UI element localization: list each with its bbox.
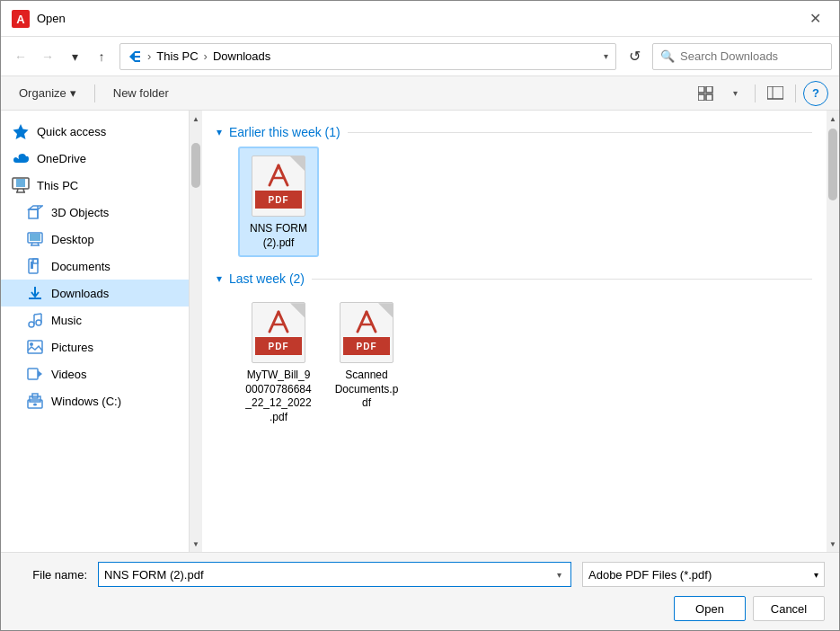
3d-objects-label: 3D Objects xyxy=(51,206,109,219)
downloads-label: Downloads xyxy=(51,287,109,300)
search-icon: 🔍 xyxy=(660,49,675,63)
svg-rect-22 xyxy=(30,234,40,241)
breadcrumb-downloads[interactable]: Downloads xyxy=(213,49,270,63)
file-area-scrollbar[interactable]: ▲ ▼ xyxy=(827,111,839,552)
address-dropdown-arrow[interactable]: ▾ xyxy=(604,51,608,61)
filename-input[interactable] xyxy=(104,568,553,582)
filename-row: File name: ▾ Adobe PDF Files (*.pdf) ▾ xyxy=(15,562,825,587)
sidebar-scroll-thumb[interactable] xyxy=(191,143,200,188)
sidebar-item-pictures[interactable]: Pictures xyxy=(1,333,189,360)
file-grid-earlier: PDF NNS FORM (2).pdf xyxy=(217,147,812,257)
close-button[interactable]: ✕ xyxy=(801,9,828,29)
pdf-badge-nns: PDF xyxy=(255,191,302,209)
organize-button[interactable]: Organize ▾ xyxy=(12,84,84,102)
up-button[interactable]: ↑ xyxy=(89,44,114,69)
view-list-button[interactable] xyxy=(763,81,788,106)
nav-dropdown-button[interactable]: ▾ xyxy=(62,44,87,69)
acrobat-symbol xyxy=(262,160,295,192)
group-earlier-chevron[interactable]: ▾ xyxy=(217,126,222,138)
file-grid-lastweek: PDF MyTW_Bill_900070786684_22_12_2022.pd… xyxy=(217,293,812,431)
pdf-icon-nns: PDF xyxy=(250,154,307,218)
svg-rect-4 xyxy=(135,56,140,58)
file-area: ▾ Earlier this week (1) xyxy=(202,111,827,552)
group-lastweek-divider xyxy=(312,279,812,280)
sidebar-item-downloads[interactable]: Downloads xyxy=(1,280,189,307)
file-item-nns-form[interactable]: PDF NNS FORM (2).pdf xyxy=(238,147,319,257)
filetype-select[interactable]: Adobe PDF Files (*.pdf) ▾ xyxy=(582,562,825,587)
svg-marker-39 xyxy=(38,370,42,378)
pictures-label: Pictures xyxy=(51,341,93,354)
forward-button[interactable]: → xyxy=(35,44,60,69)
new-folder-button[interactable]: New folder xyxy=(106,84,176,102)
breadcrumb-sep2: › xyxy=(204,49,208,63)
file-name-mytw: MyTW_Bill_900070786684_22_12_2022.pdf xyxy=(245,369,312,424)
sidebar-item-this-pc[interactable]: This PC xyxy=(1,172,189,199)
svg-point-43 xyxy=(33,404,37,406)
toolbar-separator xyxy=(94,84,95,102)
sidebar-item-documents[interactable]: Documents xyxy=(1,253,189,280)
onedrive-label: OneDrive xyxy=(37,152,86,165)
svg-point-31 xyxy=(29,322,34,327)
acrobat-symbol-2 xyxy=(262,307,295,339)
filetype-value: Adobe PDF Files (*.pdf) xyxy=(588,568,712,582)
dialog-title: Open xyxy=(37,12,801,25)
refresh-button[interactable]: ↺ xyxy=(622,44,647,69)
group-earlier-header: ▾ Earlier this week (1) xyxy=(217,125,812,139)
sidebar-scroll-down[interactable]: ▼ xyxy=(190,538,202,550)
filename-dropdown-arrow[interactable]: ▾ xyxy=(553,570,565,580)
view-grid-button[interactable] xyxy=(694,81,719,106)
open-button[interactable]: Open xyxy=(674,596,746,621)
search-box[interactable]: 🔍 xyxy=(652,43,832,70)
sidebar-item-desktop[interactable]: Desktop xyxy=(1,226,189,253)
windows-c-label: Windows (C:) xyxy=(51,395,121,408)
music-label: Music xyxy=(51,314,82,327)
sidebar-item-videos[interactable]: Videos xyxy=(1,360,189,387)
file-name-nns: NNS FORM (2).pdf xyxy=(245,222,312,250)
pdf-icon-scanned: PDF xyxy=(338,300,395,365)
file-item-scanned[interactable]: PDF Scanned Documents.pdf xyxy=(326,293,407,431)
sidebar-item-quick-access[interactable]: Quick access xyxy=(1,118,189,145)
nav-arrow-icon xyxy=(128,49,142,64)
help-button[interactable]: ? xyxy=(803,81,828,106)
file-scroll-thumb[interactable] xyxy=(828,129,837,200)
file-item-mytw-bill[interactable]: PDF MyTW_Bill_900070786684_22_12_2022.pd… xyxy=(238,293,319,431)
sidebar-item-onedrive[interactable]: OneDrive xyxy=(1,145,189,172)
sidebar-item-windows-c[interactable]: Windows (C:) xyxy=(1,387,189,414)
sidebar-item-music[interactable]: Music xyxy=(1,307,189,333)
bottom-buttons: Open Cancel xyxy=(15,596,825,621)
file-name-scanned: Scanned Documents.pdf xyxy=(333,369,400,411)
svg-rect-5 xyxy=(135,60,140,62)
downloads-icon xyxy=(26,284,44,302)
view-dropdown-button[interactable]: ▾ xyxy=(722,81,747,106)
sidebar-item-3d-objects[interactable]: 3D Objects xyxy=(1,199,189,226)
windows-c-icon xyxy=(26,392,44,410)
svg-rect-3 xyxy=(135,51,140,53)
cancel-button[interactable]: Cancel xyxy=(753,596,825,621)
onedrive-icon xyxy=(12,149,30,167)
breadcrumb-thispc[interactable]: This PC xyxy=(156,49,198,63)
desktop-label: Desktop xyxy=(51,233,94,246)
svg-rect-38 xyxy=(28,369,38,379)
search-input[interactable] xyxy=(680,49,824,63)
group-lastweek-chevron[interactable]: ▾ xyxy=(217,272,222,285)
svg-marker-12 xyxy=(13,124,29,139)
toolbar-right: ▾ ? xyxy=(694,81,828,106)
pictures-icon xyxy=(26,338,44,356)
quick-access-label: Quick access xyxy=(37,125,106,138)
filename-label: File name: xyxy=(15,568,87,582)
this-pc-label: This PC xyxy=(37,179,78,192)
filename-input-wrap[interactable]: ▾ xyxy=(98,562,571,587)
music-icon xyxy=(26,311,44,329)
file-scroll-down[interactable]: ▼ xyxy=(827,538,839,550)
group-lastweek-header: ▾ Last week (2) xyxy=(217,271,812,286)
svg-rect-10 xyxy=(767,86,783,99)
file-scroll-up[interactable]: ▲ xyxy=(827,112,839,125)
main-area: Quick access OneDrive xyxy=(1,111,839,552)
back-button[interactable]: ← xyxy=(8,44,33,69)
filetype-arrow[interactable]: ▾ xyxy=(814,570,818,580)
address-bar[interactable]: › This PC › Downloads ▾ xyxy=(119,43,616,70)
sidebar-scroll-up[interactable]: ▲ xyxy=(190,112,202,125)
pdf-badge-scanned: PDF xyxy=(343,337,390,355)
toolbar: Organize ▾ New folder ▾ xyxy=(1,76,839,111)
sidebar-scrollbar[interactable]: ▲ ▼ xyxy=(190,111,202,552)
